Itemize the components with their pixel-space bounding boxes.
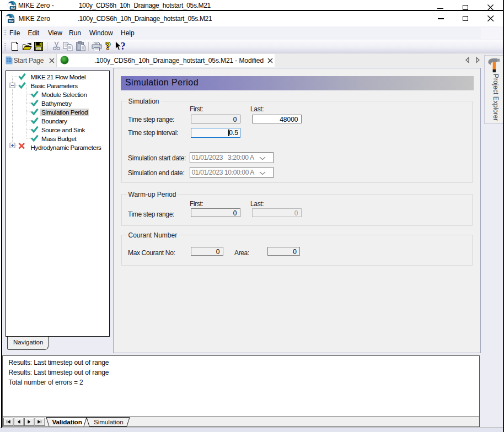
svg-text:?: ? [105,41,111,52]
svg-text:Validation: Validation [52,418,82,425]
svg-text:M2: M2 [10,6,15,9]
svg-text:M2: M2 [9,19,14,23]
svg-text:?: ? [120,41,125,52]
svg-text:Simulation: Simulation [94,418,124,425]
